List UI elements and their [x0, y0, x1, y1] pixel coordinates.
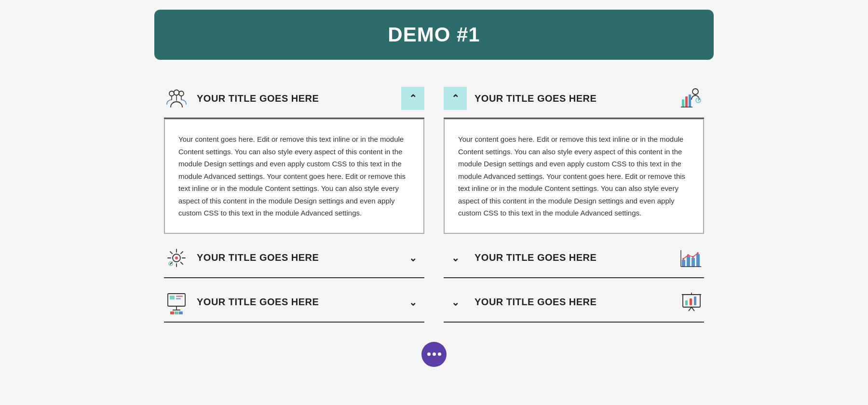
accordion-item-right-1: ⌃ YOUR TITLE GOES HERE	[444, 79, 704, 234]
gear-icon	[164, 245, 189, 270]
chevron-box-right-2: ⌄	[444, 246, 467, 270]
accordion-title-right-3: YOUR TITLE GOES HERE	[475, 297, 597, 308]
accordion-content-left-1: Your content goes here. Edit or remove t…	[178, 133, 410, 219]
accordion-header-left-1[interactable]: YOUR TITLE GOES HERE ⌃	[164, 79, 424, 119]
accordion-title-right-1: YOUR TITLE GOES HERE	[475, 93, 597, 104]
svg-line-14	[181, 252, 183, 254]
svg-line-12	[170, 252, 172, 254]
accordion-header-right-1[interactable]: ⌃ YOUR TITLE GOES HERE	[444, 79, 704, 119]
accordion-body-left-1: Your content goes here. Edit or remove t…	[164, 119, 424, 234]
svg-point-38	[682, 258, 684, 260]
svg-line-13	[181, 262, 183, 264]
accordion-header-left-2[interactable]: YOUR TITLE GOES HERE ⌄	[164, 239, 424, 278]
svg-point-26	[692, 89, 698, 94]
accordion-title-left-2: YOUR TITLE GOES HERE	[197, 252, 319, 263]
svg-rect-24	[175, 311, 178, 314]
svg-rect-18	[170, 296, 175, 299]
accordion-title-left-3: YOUR TITLE GOES HERE	[197, 297, 319, 308]
accordion-header-right-2[interactable]: ⌄ YOUR TITLE GOES HERE	[444, 239, 704, 278]
svg-rect-34	[682, 260, 685, 267]
svg-rect-25	[179, 311, 183, 314]
svg-rect-23	[170, 311, 174, 314]
svg-rect-27	[682, 99, 684, 107]
svg-line-33	[698, 100, 699, 101]
report-icon	[679, 86, 704, 111]
people-icon	[164, 86, 189, 111]
accordion-item-left-1: YOUR TITLE GOES HERE ⌃ Your content goes…	[164, 79, 424, 234]
accordion-title-left-1: YOUR TITLE GOES HERE	[197, 93, 319, 104]
accordion-item-right-3: ⌄ YOUR TITLE GOES HERE	[444, 283, 704, 323]
svg-point-0	[169, 91, 174, 96]
chevron-up-icon: ⌃	[409, 94, 417, 103]
chevron-box-right-1: ⌃	[444, 87, 467, 110]
monitor-icon	[164, 290, 189, 315]
svg-rect-47	[694, 297, 696, 305]
svg-rect-35	[687, 256, 690, 267]
right-column: ⌃ YOUR TITLE GOES HERE	[444, 79, 704, 327]
chart-bar-icon	[679, 245, 704, 270]
svg-rect-45	[685, 300, 688, 305]
svg-rect-46	[690, 298, 692, 305]
chat-bubble-button[interactable]	[421, 342, 447, 367]
accordion-content-right-1: Your content goes here. Edit or remove t…	[458, 133, 690, 219]
svg-rect-20	[176, 298, 181, 299]
accordion-item-right-2: ⌄ YOUR TITLE GOES HERE	[444, 239, 704, 278]
accordion-item-left-2: YOUR TITLE GOES HERE ⌄	[164, 239, 424, 278]
svg-point-39	[687, 254, 689, 256]
svg-point-41	[697, 252, 699, 254]
svg-point-40	[692, 256, 694, 258]
accordion-title-right-2: YOUR TITLE GOES HERE	[475, 252, 597, 263]
chevron-down-icon-r2: ⌄	[451, 253, 460, 263]
chevron-box-left-2: ⌄	[401, 246, 424, 270]
chevron-up-icon-r1: ⌃	[451, 94, 460, 103]
svg-rect-28	[685, 96, 688, 107]
presentation-icon	[679, 290, 704, 315]
svg-line-48	[689, 307, 692, 311]
svg-rect-19	[176, 296, 183, 297]
chevron-box-right-3: ⌄	[444, 291, 467, 314]
chevron-down-icon-2: ⌄	[409, 297, 417, 307]
svg-rect-36	[692, 258, 695, 267]
accordion-header-left-3[interactable]: YOUR TITLE GOES HERE ⌄	[164, 283, 424, 323]
svg-point-1	[174, 90, 179, 95]
accordion-layout: YOUR TITLE GOES HERE ⌃ Your content goes…	[154, 79, 714, 327]
chevron-box-left-1: ⌃	[401, 87, 424, 110]
demo-header: DEMO #1	[154, 10, 714, 60]
svg-rect-17	[168, 294, 185, 306]
chat-bubble-area	[0, 342, 868, 377]
chevron-down-icon: ⌄	[409, 253, 417, 263]
chat-dots	[427, 352, 441, 356]
accordion-header-right-3[interactable]: ⌄ YOUR TITLE GOES HERE	[444, 283, 704, 323]
svg-point-2	[179, 91, 184, 96]
accordion-body-right-1: Your content goes here. Edit or remove t…	[444, 119, 704, 234]
svg-point-7	[175, 256, 178, 259]
svg-line-49	[692, 307, 694, 311]
svg-rect-29	[689, 94, 691, 107]
chevron-box-left-3: ⌄	[401, 291, 424, 314]
left-column: YOUR TITLE GOES HERE ⌃ Your content goes…	[164, 79, 424, 327]
page-title: DEMO #1	[174, 23, 694, 46]
svg-rect-37	[696, 254, 700, 267]
accordion-item-left-3: YOUR TITLE GOES HERE ⌄	[164, 283, 424, 323]
chevron-down-icon-r3: ⌄	[451, 297, 460, 307]
